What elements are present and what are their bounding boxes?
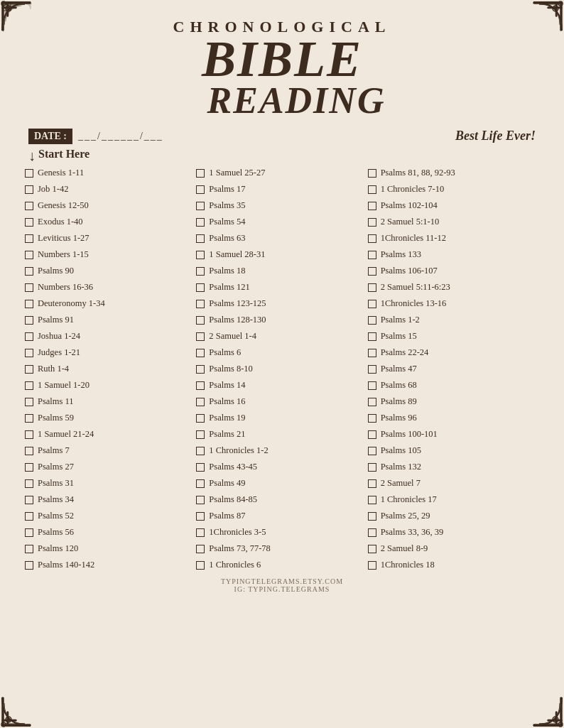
checkbox[interactable] bbox=[368, 381, 376, 390]
checkbox[interactable] bbox=[368, 234, 376, 243]
checkbox[interactable] bbox=[368, 316, 376, 325]
checkbox[interactable] bbox=[196, 267, 205, 276]
checkbox[interactable] bbox=[25, 365, 33, 374]
checkbox[interactable] bbox=[368, 185, 376, 194]
checkbox[interactable] bbox=[25, 496, 33, 504]
reading-item-text: Psalms 91 bbox=[38, 315, 74, 325]
checkbox[interactable] bbox=[196, 316, 205, 325]
checkbox[interactable] bbox=[196, 414, 205, 423]
checkbox[interactable] bbox=[25, 218, 33, 227]
checkbox[interactable] bbox=[368, 332, 376, 341]
checkbox[interactable] bbox=[25, 545, 33, 553]
checkbox[interactable] bbox=[196, 234, 205, 243]
reading-item-text: Genesis 12-50 bbox=[38, 200, 89, 211]
list-item: Psalms 31 bbox=[25, 476, 196, 491]
checkbox[interactable] bbox=[368, 398, 376, 406]
checkbox[interactable] bbox=[196, 283, 205, 292]
checkbox[interactable] bbox=[25, 414, 33, 423]
checkbox[interactable] bbox=[196, 479, 205, 488]
checkbox[interactable] bbox=[368, 561, 376, 570]
list-item: Psalms 102-104 bbox=[368, 198, 539, 214]
checkbox[interactable] bbox=[368, 300, 376, 308]
checkbox[interactable] bbox=[25, 300, 33, 308]
checkbox[interactable] bbox=[196, 300, 205, 308]
checkbox[interactable] bbox=[196, 349, 205, 357]
checkbox[interactable] bbox=[368, 430, 376, 439]
checkbox[interactable] bbox=[25, 447, 33, 455]
checkbox[interactable] bbox=[196, 185, 205, 194]
checkbox[interactable] bbox=[368, 528, 376, 537]
reading-item-text: 2 Samuel 5:11-6:23 bbox=[381, 282, 450, 293]
checkbox[interactable] bbox=[25, 349, 33, 357]
checkbox[interactable] bbox=[196, 447, 205, 455]
checkbox[interactable] bbox=[368, 349, 376, 357]
checkbox[interactable] bbox=[368, 545, 376, 553]
checkbox[interactable] bbox=[196, 365, 205, 374]
checkbox[interactable] bbox=[196, 218, 205, 227]
checkbox[interactable] bbox=[196, 430, 205, 439]
checkbox[interactable] bbox=[25, 283, 33, 292]
checkbox[interactable] bbox=[25, 463, 33, 472]
checkbox[interactable] bbox=[25, 202, 33, 210]
list-item: Psalms 89 bbox=[368, 394, 539, 410]
checkbox[interactable] bbox=[368, 267, 376, 276]
checkbox[interactable] bbox=[196, 545, 205, 553]
list-item: Psalms 63 bbox=[196, 231, 367, 246]
list-item: Psalms 120 bbox=[25, 541, 196, 557]
checkbox[interactable] bbox=[25, 316, 33, 325]
checkbox[interactable] bbox=[368, 463, 376, 472]
reading-item-text: Psalms 19 bbox=[209, 413, 245, 423]
checkbox[interactable] bbox=[196, 398, 205, 406]
checkbox[interactable] bbox=[25, 381, 33, 390]
checkbox[interactable] bbox=[368, 283, 376, 292]
checkbox[interactable] bbox=[196, 528, 205, 537]
reading-item-text: 2 Samuel 5:1-10 bbox=[381, 217, 440, 227]
checkbox[interactable] bbox=[25, 332, 33, 341]
checkbox[interactable] bbox=[196, 496, 205, 504]
checkbox[interactable] bbox=[25, 398, 33, 406]
checkbox[interactable] bbox=[368, 169, 376, 178]
title-bible: BIBLE bbox=[202, 36, 362, 82]
checkbox[interactable] bbox=[368, 496, 376, 504]
reading-item-text: Psalms 59 bbox=[38, 413, 74, 423]
list-item: 1 Samuel 21-24 bbox=[25, 427, 196, 442]
reading-item-text: Psalms 121 bbox=[209, 282, 249, 293]
checkbox[interactable] bbox=[196, 202, 205, 210]
checkbox[interactable] bbox=[25, 169, 33, 178]
checkbox[interactable] bbox=[196, 381, 205, 390]
checkbox[interactable] bbox=[368, 365, 376, 374]
checkbox[interactable] bbox=[368, 447, 376, 455]
checkbox[interactable] bbox=[196, 463, 205, 472]
checkbox[interactable] bbox=[25, 479, 33, 488]
checkbox[interactable] bbox=[25, 528, 33, 537]
checkbox[interactable] bbox=[25, 561, 33, 570]
subtitle: Best Life Ever! bbox=[455, 129, 536, 143]
reading-item-text: Ruth 1-4 bbox=[38, 364, 69, 374]
header: CHRONOLOGICAL BIBLE READING bbox=[7, 7, 557, 123]
checkbox[interactable] bbox=[368, 202, 376, 210]
checkbox[interactable] bbox=[196, 332, 205, 341]
checkbox[interactable] bbox=[196, 169, 205, 178]
checkbox[interactable] bbox=[25, 251, 33, 259]
list-item: Deuteronomy 1-34 bbox=[25, 296, 196, 312]
reading-item-text: Joshua 1-24 bbox=[38, 331, 80, 342]
reading-item-text: Psalms 128-130 bbox=[209, 315, 266, 325]
checkbox[interactable] bbox=[25, 185, 33, 194]
checkbox[interactable] bbox=[25, 430, 33, 439]
checkbox[interactable] bbox=[368, 414, 376, 423]
reading-item-text: 1 Samuel 25-27 bbox=[209, 168, 265, 178]
checkbox[interactable] bbox=[25, 512, 33, 521]
checkbox[interactable] bbox=[368, 512, 376, 521]
checkbox[interactable] bbox=[196, 251, 205, 259]
checkbox[interactable] bbox=[368, 479, 376, 488]
reading-item-text: Psalms 27 bbox=[38, 462, 74, 472]
checkbox[interactable] bbox=[25, 267, 33, 276]
list-item: Psalms 100-101 bbox=[368, 427, 539, 442]
checkbox[interactable] bbox=[368, 251, 376, 259]
checkbox[interactable] bbox=[196, 561, 205, 570]
checkbox[interactable] bbox=[368, 218, 376, 227]
reading-item-text: Psalms 87 bbox=[209, 511, 245, 521]
reading-item-text: Psalms 34 bbox=[38, 494, 74, 505]
checkbox[interactable] bbox=[196, 512, 205, 521]
checkbox[interactable] bbox=[25, 234, 33, 243]
